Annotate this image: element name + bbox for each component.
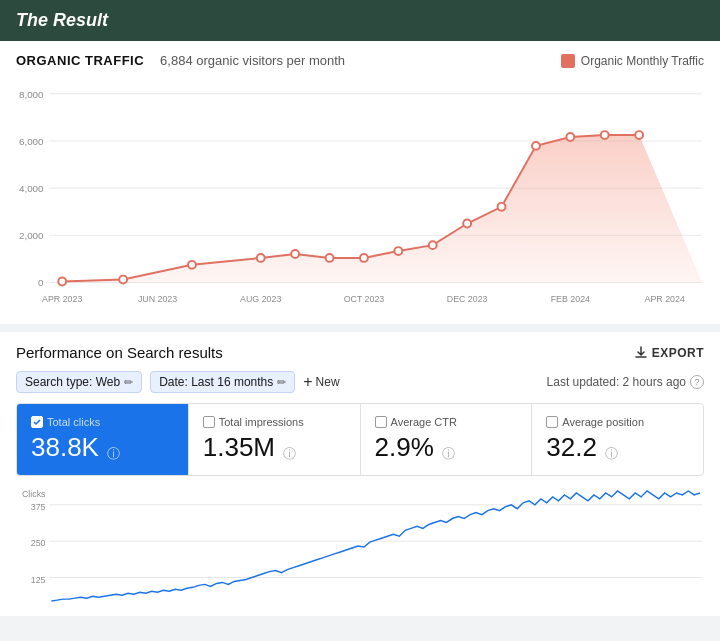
metric-label-impressions-text: Total impressions [219,416,304,428]
metric-value-position: 32.2 [546,432,597,463]
metric-info-position[interactable]: ⓘ [605,445,618,463]
svg-text:0: 0 [38,277,44,288]
svg-text:2,000: 2,000 [19,230,44,241]
svg-text:Clicks: Clicks [22,489,46,499]
metric-average-ctr[interactable]: Average CTR 2.9% ⓘ [361,404,533,475]
clicks-line [51,491,700,601]
legend-item: Organic Monthly Traffic [561,54,704,68]
filter-date-label: Date: Last 16 months [159,375,273,389]
organic-title: ORGANIC TRAFFIC [16,53,144,68]
export-button[interactable]: EXPORT [634,346,704,360]
filter-row: Search type: Web ✏ Date: Last 16 months … [16,371,704,393]
metric-total-clicks[interactable]: Total clicks 38.8K ⓘ [17,404,189,475]
svg-text:125: 125 [31,575,46,585]
svg-text:8,000: 8,000 [19,89,44,100]
search-header: Performance on Search results EXPORT [16,344,704,361]
organic-chart: 8,000 6,000 4,000 2,000 0 [16,76,704,316]
edit-icon-2: ✏ [277,376,286,389]
data-point [394,247,402,255]
data-point [188,261,196,269]
svg-text:APR 2024: APR 2024 [645,294,685,304]
search-title: Performance on Search results [16,344,223,361]
metric-info-ctr[interactable]: ⓘ [442,445,455,463]
data-point [291,250,299,258]
data-point [119,276,127,284]
metric-label-position: Average position [546,416,689,428]
data-point [360,254,368,262]
svg-text:AUG 2023: AUG 2023 [240,294,281,304]
metric-checkbox-clicks [31,416,43,428]
data-point [58,278,66,286]
data-point [601,131,609,139]
metric-average-position[interactable]: Average position 32.2 ⓘ [532,404,703,475]
last-updated-text: Last updated: 2 hours ago [547,375,686,389]
metric-info-impressions[interactable]: ⓘ [283,445,296,463]
organic-chart-svg: 8,000 6,000 4,000 2,000 0 [16,76,704,316]
info-icon: ? [690,375,704,389]
metrics-row: Total clicks 38.8K ⓘ Total impressions 1… [16,403,704,476]
legend-label: Organic Monthly Traffic [581,54,704,68]
svg-text:FEB 2024: FEB 2024 [551,294,590,304]
metric-checkbox-ctr [375,416,387,428]
export-icon [634,346,648,360]
export-label: EXPORT [652,346,704,360]
organic-area [62,135,702,282]
metric-checkbox-position [546,416,558,428]
metric-label-clicks-text: Total clicks [47,416,100,428]
clicks-chart: Clicks 375 250 125 [16,484,704,604]
svg-text:250: 250 [31,538,46,548]
metric-label-ctr: Average CTR [375,416,518,428]
filter-search-type[interactable]: Search type: Web ✏ [16,371,142,393]
data-point [326,254,334,262]
metric-total-impressions[interactable]: Total impressions 1.35M ⓘ [189,404,361,475]
data-point [566,133,574,141]
metric-value-impressions: 1.35M [203,432,275,463]
clicks-chart-svg: Clicks 375 250 125 [16,484,704,614]
metric-info-clicks[interactable]: ⓘ [107,445,120,463]
organic-header: ORGANIC TRAFFIC 6,884 organic visitors p… [16,53,704,68]
metric-label-impressions: Total impressions [203,416,346,428]
svg-text:6,000: 6,000 [19,136,44,147]
data-point [463,220,471,228]
filter-search-type-label: Search type: Web [25,375,120,389]
legend-color-box [561,54,575,68]
organic-traffic-section: ORGANIC TRAFFIC 6,884 organic visitors p… [0,41,720,324]
data-point [532,142,540,150]
add-new-label: New [316,375,340,389]
svg-text:JUN 2023: JUN 2023 [138,294,177,304]
data-point [635,131,643,139]
organic-subtitle: 6,884 organic visitors per month [160,53,345,68]
page-title: The Result [16,10,704,31]
metric-value-clicks: 38.8K [31,432,99,463]
metric-label-ctr-text: Average CTR [391,416,457,428]
svg-text:DEC 2023: DEC 2023 [447,294,488,304]
svg-text:4,000: 4,000 [19,183,44,194]
data-point [429,241,437,249]
data-point [257,254,265,262]
svg-text:OCT 2023: OCT 2023 [344,294,385,304]
metric-label-position-text: Average position [562,416,644,428]
last-updated: Last updated: 2 hours ago ? [547,375,704,389]
svg-text:375: 375 [31,502,46,512]
top-header: The Result [0,0,720,41]
search-section: Performance on Search results EXPORT Sea… [0,332,720,616]
metric-checkbox-impressions [203,416,215,428]
edit-icon: ✏ [124,376,133,389]
add-new-button[interactable]: + New [303,374,339,390]
data-point [498,203,506,211]
svg-text:APR 2023: APR 2023 [42,294,82,304]
metric-label-clicks: Total clicks [31,416,174,428]
filter-date[interactable]: Date: Last 16 months ✏ [150,371,295,393]
metric-value-ctr: 2.9% [375,432,434,463]
